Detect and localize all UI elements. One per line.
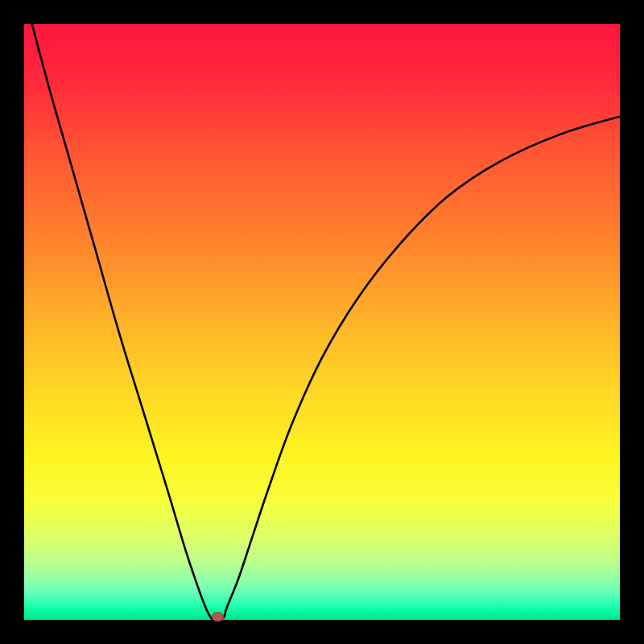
plot-background — [24, 24, 620, 620]
bottleneck-chart — [0, 0, 644, 644]
optimum-marker — [212, 613, 224, 621]
chart-stage: TheBottleneck.com — [0, 0, 644, 644]
